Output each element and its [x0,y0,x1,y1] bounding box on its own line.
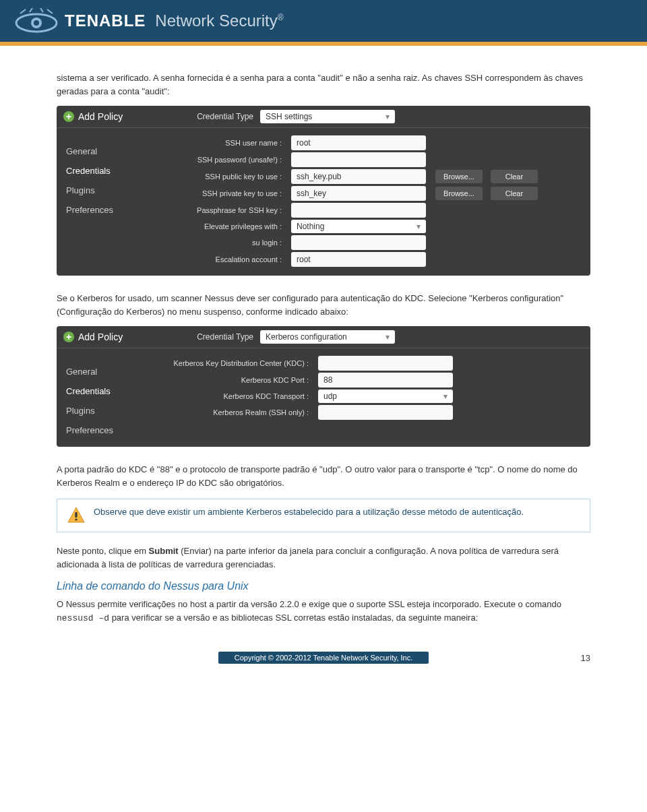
policy-sidebar: General Credentials Plugins Preferences [57,348,144,447]
screenshot-kerberos: + Add Policy Credential Type Kerberos co… [57,326,590,447]
svg-point-2 [34,20,39,26]
paragraph-2: Se o Kerberos for usado, um scanner Ness… [57,292,590,318]
ssh-user-input[interactable] [291,135,426,150]
credential-type-dropdown[interactable]: SSH settings [260,110,395,123]
su-login-label: su login : [144,239,286,247]
svg-rect-3 [75,512,78,518]
passphrase-input[interactable] [291,203,426,218]
section-heading: Linha de comando do Nessus para Unix [57,580,590,592]
credential-type-dropdown[interactable]: Kerberos configuration [260,330,395,344]
clear-button[interactable]: Clear [491,187,538,200]
screenshot-ssh: + Add Policy Credential Type SSH setting… [57,106,590,276]
add-policy-label: Add Policy [78,111,123,122]
logo: TENABLE Network Security® [13,8,284,34]
note-text: Observe que deve existir um ambiente Ker… [94,506,524,525]
ssh-user-label: SSH user name : [144,139,286,147]
credential-type-label: Credential Type [197,332,253,342]
escalation-input[interactable] [291,252,426,267]
sidebar-item-general[interactable]: General [57,142,144,161]
doc-header: TENABLE Network Security® [0,0,647,42]
sidebar-item-credentials[interactable]: Credentials [57,161,144,181]
kdc-port-label: Kerberos KDC Port : [144,376,313,384]
eye-icon [13,8,59,34]
kdc-port-input[interactable] [318,373,453,387]
plus-icon: + [63,111,74,122]
page-number: 13 [581,653,590,663]
paragraph-5: O Nessus permite verificações no host a … [57,598,590,625]
note-box: Observe que deve existir um ambiente Ker… [57,499,590,532]
credential-type-label: Credential Type [197,112,253,121]
form-area: SSH user name : SSH password (unsafe!) :… [144,128,590,276]
realm-label: Kerberos Realm (SSH only) : [144,408,313,416]
ssh-pass-input[interactable] [291,152,426,167]
sidebar-item-plugins[interactable]: Plugins [57,401,144,420]
ssh-pubkey-input[interactable] [291,169,426,184]
tagline: Network Security® [155,11,283,30]
sidebar-item-credentials[interactable]: Credentials [57,381,144,401]
paragraph-4: Neste ponto, clique em Submit (Enviar) n… [57,544,590,571]
sidebar-item-plugins[interactable]: Plugins [57,181,144,200]
ssh-privkey-input[interactable] [291,186,426,201]
clear-button[interactable]: Clear [491,170,538,183]
sidebar-item-preferences[interactable]: Preferences [57,420,144,440]
kdc-label: Kerberos Key Distribution Center (KDC) : [144,359,313,367]
add-policy-button[interactable]: + Add Policy [63,111,123,122]
realm-input[interactable] [318,405,453,420]
plus-icon: + [63,332,74,342]
browse-button[interactable]: Browse... [435,187,483,200]
copyright: Copyright © 2002-2012 Tenable Network Se… [218,652,429,664]
policy-sidebar: General Credentials Plugins Preferences [57,128,144,276]
sidebar-item-general[interactable]: General [57,362,144,381]
elevate-label: Elevate privileges with : [144,222,286,230]
su-login-input[interactable] [291,235,426,250]
kdc-transport-dropdown[interactable]: udp [318,389,453,403]
add-policy-button[interactable]: + Add Policy [63,332,123,342]
kdc-input[interactable] [318,356,453,371]
warning-icon [67,506,86,525]
escalation-label: Escalation account : [144,255,286,263]
passphrase-label: Passphrase for SSH key : [144,206,286,214]
brand-text: TENABLE [65,11,146,30]
ssh-pubkey-label: SSH public key to use : [144,173,286,181]
sidebar-item-preferences[interactable]: Preferences [57,200,144,220]
browse-button[interactable]: Browse... [435,170,483,183]
kdc-transport-label: Kerberos KDC Transport : [144,392,313,400]
ssh-privkey-label: SSH private key to use : [144,189,286,197]
form-area: Kerberos Key Distribution Center (KDC) :… [144,348,590,447]
add-policy-label: Add Policy [78,332,123,342]
svg-point-4 [75,518,77,520]
footer: Copyright © 2002-2012 Tenable Network Se… [57,652,590,664]
paragraph-1: sistema a ser verificado. A senha fornec… [57,71,590,98]
paragraph-3: A porta padrão do KDC é "88" e o protoco… [57,463,590,489]
elevate-dropdown[interactable]: Nothing [291,220,426,233]
ssh-pass-label: SSH password (unsafe!) : [144,156,286,164]
